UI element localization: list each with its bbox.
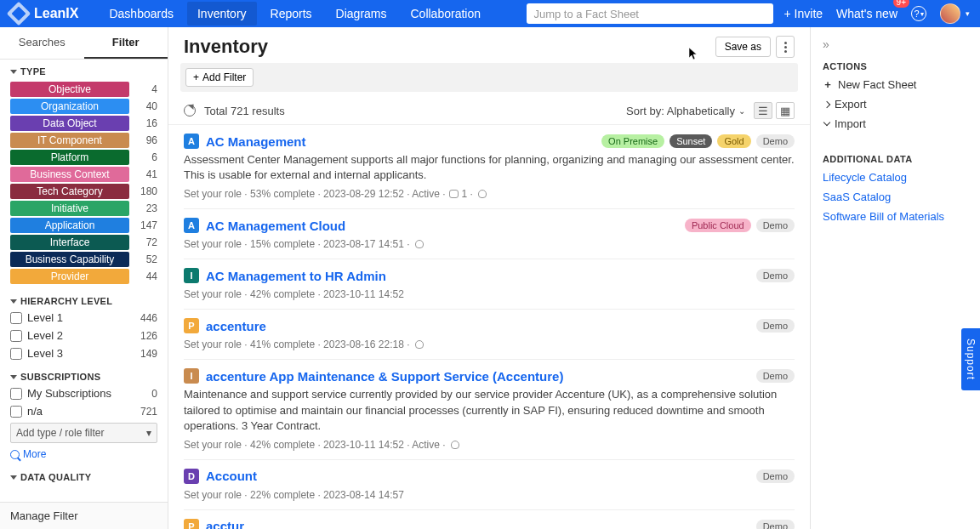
results-count: Total 721 results: [204, 105, 285, 117]
bell-icon[interactable]: [415, 340, 424, 349]
type-chip[interactable]: Application: [10, 218, 129, 233]
additional-link[interactable]: Software Bill of Materials: [823, 210, 968, 223]
fact-sheet-meta: Set your role · 15% complete · 2023-08-1…: [184, 238, 795, 250]
refresh-icon[interactable]: [184, 105, 196, 117]
checkbox-input[interactable]: [10, 330, 22, 342]
nav-reports[interactable]: Reports: [260, 2, 322, 26]
fact-sheet-title[interactable]: accenture: [206, 319, 266, 333]
save-as-button[interactable]: Save as: [715, 37, 771, 57]
type-chip[interactable]: Data Object: [10, 116, 129, 131]
more-link[interactable]: More: [10, 448, 157, 460]
fact-sheet-title[interactable]: AC Management Cloud: [206, 219, 345, 233]
support-tab[interactable]: Support: [961, 328, 980, 390]
invite-label: Invite: [795, 7, 823, 20]
fact-sheet-meta: Set your role · 42% complete · 2023-10-1…: [184, 288, 795, 300]
more-menu-button[interactable]: [776, 36, 795, 58]
filter-checkbox[interactable]: n/a: [10, 405, 43, 418]
tag[interactable]: Demo: [756, 520, 795, 529]
filter-subscriptions-header[interactable]: SUBSCRIPTIONS: [10, 372, 157, 382]
filter-hierarchy-header[interactable]: HIERARCHY LEVEL: [10, 296, 157, 306]
checkbox-input[interactable]: [10, 348, 22, 360]
collapse-panel-icon[interactable]: »: [823, 37, 829, 51]
filter-count: 446: [140, 312, 157, 324]
type-badge: P: [184, 519, 199, 529]
tag[interactable]: Demo: [756, 369, 795, 383]
type-chip[interactable]: Business Capability: [10, 252, 129, 267]
type-chip[interactable]: Organization: [10, 99, 129, 114]
additional-link[interactable]: SaaS Catalog: [823, 191, 968, 203]
tag[interactable]: Demo: [756, 469, 795, 483]
nav-diagrams[interactable]: Diagrams: [326, 2, 397, 26]
checkbox-label: My Subscriptions: [27, 387, 111, 400]
filter-checkbox[interactable]: Level 1: [10, 311, 63, 324]
nav-dashboards[interactable]: Dashboards: [99, 2, 184, 26]
fact-sheet-title[interactable]: acctur: [206, 519, 244, 529]
tag[interactable]: Gold: [717, 134, 750, 148]
results-list: A AC Management On PremiseSunsetGoldDemo…: [168, 125, 810, 529]
type-chip[interactable]: Initiative: [10, 201, 129, 216]
checkbox-input[interactable]: [10, 406, 22, 418]
checkbox-input[interactable]: [10, 312, 22, 324]
tag[interactable]: Sunset: [669, 134, 712, 148]
tag[interactable]: Public Cloud: [685, 219, 751, 232]
type-chip[interactable]: Business Context: [10, 167, 129, 182]
tags: Public CloudDemo: [685, 219, 795, 232]
caret-down-icon: ▾: [146, 427, 151, 439]
whats-new-link[interactable]: What's new: [836, 7, 897, 20]
action-link[interactable]: Import: [823, 117, 968, 130]
invite-button[interactable]: + Invite: [783, 7, 823, 20]
tag[interactable]: Demo: [756, 219, 795, 232]
sidebar-tab-filter[interactable]: Filter: [84, 27, 168, 59]
additional-link[interactable]: Lifecycle Catalog: [823, 171, 968, 184]
help-icon[interactable]: ?▾: [911, 6, 926, 21]
search-input[interactable]: [533, 8, 766, 20]
sort-dropdown[interactable]: Sort by: Alphabetically⌄: [626, 105, 745, 117]
tag[interactable]: Demo: [756, 319, 795, 333]
right-panel: » ACTIONS +New Fact SheetExportImport AD…: [810, 27, 980, 529]
additional-data-header: ADDITIONAL DATA: [823, 154, 968, 164]
filter-dq-header[interactable]: DATA QUALITY: [10, 472, 157, 482]
action-link[interactable]: Export: [823, 98, 968, 111]
type-chip[interactable]: Provider: [10, 269, 129, 284]
tag[interactable]: Demo: [756, 269, 795, 282]
tag[interactable]: On Premise: [601, 134, 664, 148]
fact-sheet-title[interactable]: AC Management to HR Admin: [206, 269, 386, 283]
grid-view-toggle[interactable]: ▦: [776, 102, 795, 119]
bell-icon[interactable]: [478, 190, 487, 198]
type-chip[interactable]: Tech Category: [10, 184, 129, 199]
fact-sheet-title[interactable]: AC Management: [206, 134, 306, 149]
fact-sheet-title[interactable]: accenture App Maintenance & Support Serv…: [206, 369, 563, 384]
bell-icon[interactable]: [451, 441, 459, 449]
filter-checkbox[interactable]: Level 3: [10, 347, 63, 360]
nav-inventory[interactable]: Inventory: [187, 2, 257, 26]
filter-checkbox[interactable]: My Subscriptions: [10, 387, 111, 400]
action-link[interactable]: +New Fact Sheet: [823, 78, 968, 91]
filter-type-header[interactable]: TYPE: [10, 66, 157, 77]
tag[interactable]: Demo: [756, 134, 795, 148]
plus-icon: +: [193, 71, 199, 83]
fact-sheet-desc: Maintenance and support service currentl…: [184, 387, 795, 434]
manage-filter-button[interactable]: Manage Filter: [0, 502, 168, 529]
type-chip[interactable]: IT Component: [10, 133, 129, 148]
actions-header: ACTIONS: [823, 61, 968, 71]
comment-icon[interactable]: [449, 190, 459, 198]
logo[interactable]: LeanIX: [10, 5, 78, 22]
type-chip[interactable]: Objective: [10, 82, 129, 97]
nav-collaboration[interactable]: Collaboration: [401, 2, 492, 26]
avatar[interactable]: [940, 3, 960, 24]
type-chip[interactable]: Platform: [10, 150, 129, 165]
fact-sheet-title[interactable]: Account: [206, 469, 257, 483]
checkbox-input[interactable]: [10, 388, 22, 400]
filter-count: 126: [140, 330, 157, 342]
tags: Demo: [756, 369, 795, 383]
fact-sheet-card: P acctur Demo Set your role · 21% comple…: [184, 510, 795, 529]
global-search[interactable]: [527, 3, 773, 24]
sidebar-tab-searches[interactable]: Searches: [0, 27, 84, 59]
filter-checkbox[interactable]: Level 2: [10, 329, 63, 342]
type-chip[interactable]: Interface: [10, 235, 129, 250]
add-filter-label: Add Filter: [202, 71, 246, 83]
type-role-filter-combo[interactable]: Add type / role filter ▾: [10, 423, 157, 443]
add-filter-button[interactable]: +Add Filter: [185, 68, 254, 87]
bell-icon[interactable]: [415, 240, 424, 248]
list-view-toggle[interactable]: ☰: [754, 102, 772, 119]
